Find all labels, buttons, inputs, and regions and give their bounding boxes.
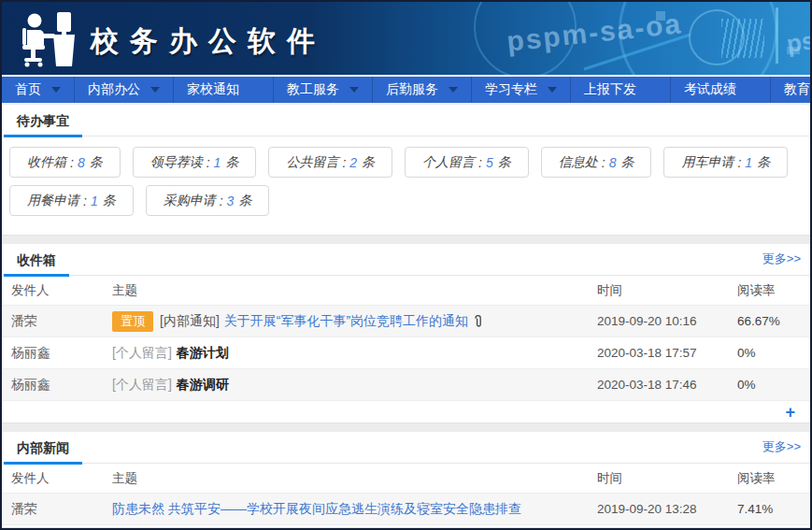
todo-separator: : [737, 155, 741, 170]
todo-unit: 条 [103, 193, 116, 209]
app-title: 校务办公软件 [91, 22, 326, 61]
subject-link[interactable]: 防患未然 共筑平安——学校开展夜间应急逃生演练及寝室安全隐患排查 [112, 501, 521, 518]
todo-count: 1 [745, 155, 752, 170]
app-logo-person-at-desk-icon [15, 8, 80, 72]
todo-button-label: 公共留言 [286, 154, 338, 171]
news-section: 内部新闻 更多>> 发件人 主题 时间 阅读率 潘荣 防患未然 共筑平安——学校… [2, 432, 810, 528]
column-header-rate: 阅读率 [737, 470, 810, 487]
subject-link[interactable]: 关于开展“军事化干事”岗位竞聘工作的通知 [224, 313, 468, 330]
nav-item-internal-office[interactable]: 内部办公 [75, 77, 174, 103]
chevron-down-icon [150, 87, 160, 93]
todo-button-label: 用餐申请 [27, 193, 79, 209]
news-table-header: 发件人 主题 时间 阅读率 [2, 464, 810, 494]
subject-link[interactable]: 春游调研 [177, 377, 229, 394]
todo-count: 8 [609, 155, 617, 170]
todo-separator: : [83, 193, 87, 208]
sender-name: 杨丽鑫 [2, 377, 112, 394]
todo-unit: 条 [620, 154, 634, 171]
todo-button-meal-request[interactable]: 用餐申请:1条 [9, 185, 134, 216]
app-header: pspm-sa-oa ps 校务办公 [2, 2, 810, 75]
inbox-footer: + [2, 401, 810, 423]
nav-item-study-column[interactable]: 学习专栏 [472, 77, 571, 103]
todo-button-label: 个人留言 [422, 154, 475, 171]
nav-item-label: 考试成绩 [684, 81, 736, 98]
nav-item-home[interactable]: 首页 [2, 77, 75, 103]
news-section-header: 内部新闻 更多>> [2, 432, 810, 464]
chevron-down-icon [51, 87, 61, 93]
sender-name: 潘荣 [2, 501, 112, 518]
todo-count: 2 [349, 155, 357, 170]
table-row: 潘荣 置顶 [内部通知] 关于开展“军事化干事”岗位竞聘工作的通知 2019-0… [2, 306, 810, 337]
todo-button-label: 信息处 [559, 154, 598, 171]
nav-item-exam-scores[interactable]: 考试成绩 [671, 77, 771, 103]
todo-separator: : [342, 155, 346, 170]
row-read-rate: 66.67% [737, 314, 810, 328]
news-more-link[interactable]: 更多>> [762, 438, 801, 463]
subject-link[interactable]: 春游计划 [177, 345, 229, 362]
todo-count: 1 [214, 155, 221, 170]
table-row: 杨丽鑫 [个人留言] 春游调研 2020-03-18 17:46 0% [2, 369, 810, 401]
todo-button-info-office[interactable]: 信息处:8条 [541, 147, 652, 178]
todo-separator: : [70, 155, 74, 170]
nav-item-report-distribute[interactable]: 上报下发 [571, 77, 671, 103]
chevron-down-icon [548, 87, 557, 93]
todo-button-public-message[interactable]: 公共留言:2条 [268, 147, 392, 178]
todo-unit: 条 [757, 154, 770, 171]
todo-button-label: 收件箱 [27, 154, 66, 171]
header-watermark-text-right: ps [785, 26, 810, 59]
main-nav: 首页 内部办公 家校通知 教工服务 后勤服务 学习专栏 上报下发 考试成绩 [2, 75, 810, 103]
nav-item-label: 教育大数据 [784, 81, 812, 98]
page-content: 待办事宜 收件箱:8条 领导荐读:1条 公共留言:2条 个人留言:5条 信息处:… [2, 103, 810, 528]
todo-unit: 条 [90, 154, 103, 171]
column-header-sender: 发件人 [2, 470, 112, 487]
nav-item-label: 学习专栏 [485, 81, 537, 98]
inbox-section-title: 收件箱 [4, 244, 69, 277]
row-read-rate: 7.41% [737, 502, 810, 516]
todo-button-label: 领导荐读 [150, 154, 203, 171]
subject-category-prefix: [个人留言] [112, 377, 172, 394]
column-header-time: 时间 [597, 282, 737, 299]
header-pattern [721, 19, 764, 58]
nav-item-education-bigdata[interactable]: 教育大数据 [771, 77, 812, 103]
row-time: 2019-09-20 10:16 [597, 314, 737, 328]
todo-button-personal-message[interactable]: 个人留言:5条 [405, 147, 529, 178]
todo-unit: 条 [498, 154, 511, 171]
column-header-subject: 主题 [112, 470, 597, 487]
row-read-rate: 0% [737, 378, 810, 392]
expand-plus-icon[interactable]: + [785, 404, 795, 421]
todo-count: 1 [91, 193, 98, 208]
todo-button-vehicle-request[interactable]: 用车申请:1条 [663, 147, 788, 178]
todo-separator: : [478, 155, 482, 170]
chevron-down-icon [449, 87, 458, 93]
todo-unit: 条 [225, 154, 238, 171]
nav-item-staff-services[interactable]: 教工服务 [274, 77, 373, 103]
todo-unit: 条 [362, 154, 375, 171]
column-header-rate: 阅读率 [737, 282, 810, 299]
nav-item-home-school-notice[interactable]: 家校通知 [174, 77, 274, 103]
nav-item-label: 后勤服务 [386, 81, 438, 98]
nav-item-logistics-services[interactable]: 后勤服务 [373, 77, 472, 103]
subject-category-prefix: [内部通知] [160, 313, 220, 330]
pinned-badge: 置顶 [112, 311, 153, 332]
table-row: 潘荣 防患未然 共筑平安——学校开展夜间应急逃生演练及寝室安全隐患排查 2019… [2, 494, 810, 525]
inbox-more-link[interactable]: 更多>> [762, 251, 801, 275]
row-time: 2020-03-18 17:57 [597, 346, 737, 360]
table-row: 杨丽鑫 [个人留言] 春游计划 2020-03-18 17:57 0% [2, 337, 810, 369]
row-time: 2020-03-18 17:46 [597, 378, 737, 392]
column-header-time: 时间 [597, 470, 737, 487]
inbox-section: 收件箱 更多>> 发件人 主题 时间 阅读率 潘荣 置顶 [内部通知] 关于开展… [2, 244, 810, 423]
inbox-table-header: 发件人 主题 时间 阅读率 [2, 276, 810, 306]
todo-count: 5 [486, 155, 493, 170]
todo-section: 待办事宜 收件箱:8条 领导荐读:1条 公共留言:2条 个人留言:5条 信息处:… [2, 105, 810, 236]
todo-button-inbox[interactable]: 收件箱:8条 [9, 147, 121, 178]
todo-button-label: 用车申请 [681, 154, 734, 171]
todo-button-purchase-request[interactable]: 采购申请:3条 [146, 185, 270, 216]
todo-separator: : [602, 155, 605, 170]
todo-button-leader-reading[interactable]: 领导荐读:1条 [133, 147, 257, 178]
todo-button-list: 收件箱:8条 领导荐读:1条 公共留言:2条 个人留言:5条 信息处:8条 用车… [2, 136, 810, 223]
nav-item-label: 内部办公 [88, 81, 140, 98]
nav-item-label: 上报下发 [584, 81, 636, 98]
todo-count: 8 [78, 155, 85, 170]
app-window: pspm-sa-oa ps 校务办公 [0, 0, 812, 530]
inbox-section-header: 收件箱 更多>> [2, 244, 810, 276]
